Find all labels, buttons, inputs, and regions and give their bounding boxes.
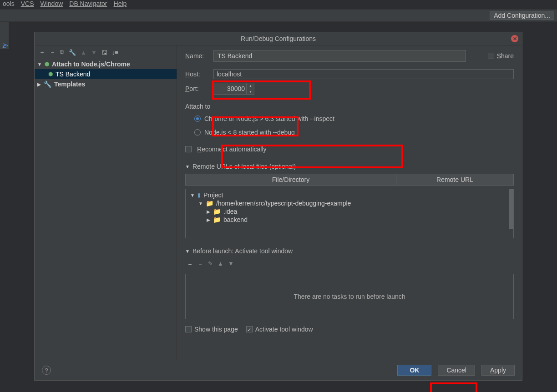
spinner-down-icon[interactable]: ▼ bbox=[247, 89, 254, 95]
radio1-label: Chrome or Node.js > 6.3 started with --i… bbox=[204, 115, 334, 122]
close-icon[interactable]: ✕ bbox=[511, 35, 518, 42]
chevron-down-icon[interactable]: ▼ bbox=[198, 201, 203, 206]
host-label: Host: bbox=[185, 70, 208, 78]
menu-vcs[interactable]: VCS bbox=[21, 0, 34, 6]
up-icon: ▲ bbox=[218, 260, 223, 268]
main-toolbar: Add Configuration... bbox=[0, 9, 557, 22]
chevron-down-icon[interactable]: ▼ bbox=[190, 193, 195, 198]
before-launch-label: Before launch: Activate tool window bbox=[192, 247, 293, 255]
remove-icon[interactable]: － bbox=[50, 48, 56, 56]
file-tree-item: backend bbox=[223, 216, 248, 223]
reconnect-row[interactable]: Reconnect automatically bbox=[185, 146, 514, 153]
show-page-row[interactable]: Show this page bbox=[185, 326, 238, 333]
folder-icon: 📁 bbox=[213, 216, 221, 223]
bottom-checks: Show this page Activate tool window bbox=[185, 326, 514, 333]
name-label: Name: bbox=[185, 52, 208, 60]
before-launch-tasks: There are no tasks to run before launch bbox=[185, 274, 514, 319]
chevron-right-icon: ▶ bbox=[37, 82, 41, 87]
folder-icon: 📁 bbox=[213, 208, 221, 215]
host-value: localhost bbox=[217, 70, 242, 78]
radio2-label: Node.js < 8 started with --debug bbox=[204, 129, 295, 136]
attach-to-label: Attach to bbox=[185, 103, 514, 110]
left-tool-strip[interactable]: ty bbox=[0, 22, 9, 49]
menu-help[interactable]: Help bbox=[114, 0, 127, 6]
host-row: Host: localhost bbox=[185, 69, 514, 79]
file-tree-item: .idea bbox=[223, 208, 237, 215]
spinner-up-icon[interactable]: ▲ bbox=[247, 83, 254, 89]
highlight-ok bbox=[430, 382, 477, 392]
remote-urls-section[interactable]: ▼ Remote URLs of local files (optional) bbox=[185, 163, 514, 170]
radio-nodejs-debug[interactable]: Node.js < 8 started with --debug bbox=[185, 127, 514, 137]
chevron-down-icon: ▼ bbox=[185, 164, 190, 169]
chevron-down-icon: ▼ bbox=[37, 62, 42, 67]
sort-icon[interactable]: ↓≡ bbox=[112, 49, 118, 56]
nodejs-icon: ⬢ bbox=[45, 61, 49, 67]
show-page-label: Show this page bbox=[194, 326, 238, 333]
down-icon[interactable]: ▼ bbox=[91, 49, 97, 56]
remote-table-header: File/Directory Remote URL bbox=[185, 174, 514, 186]
config-type-label: Attach to Node.js/Chrome bbox=[52, 60, 130, 68]
apply-button[interactable]: Apply bbox=[481, 365, 515, 376]
add-configuration-button[interactable]: Add Configuration... bbox=[490, 11, 554, 20]
templates-label: Templates bbox=[54, 80, 85, 88]
add-icon[interactable]: ＋ bbox=[39, 48, 45, 56]
port-spinner[interactable]: ▲ ▼ bbox=[246, 83, 254, 95]
chevron-down-icon: ▼ bbox=[185, 249, 190, 254]
reconnect-checkbox[interactable] bbox=[185, 146, 192, 152]
activate-tool-label: Activate tool window bbox=[255, 326, 313, 333]
folder-icon: 📁 bbox=[206, 200, 213, 207]
edit-icon: ✎ bbox=[208, 260, 213, 268]
remote-urls-label: Remote URLs of local files (optional) bbox=[192, 163, 296, 170]
host-input-wrap[interactable]: localhost bbox=[213, 69, 514, 79]
wrench-icon: 🔧 bbox=[44, 80, 51, 88]
save-icon[interactable]: 🖫 bbox=[101, 49, 107, 56]
dialog-title-text: Run/Debug Configurations bbox=[241, 35, 316, 42]
menu-dbnav[interactable]: DB Navigator bbox=[69, 0, 107, 6]
name-row: Name: Share bbox=[185, 50, 514, 62]
remove-icon: － bbox=[197, 260, 203, 268]
show-page-checkbox[interactable] bbox=[185, 326, 192, 332]
dialog-left-panel: ＋ － ⧉ 🔧 ▲ ▼ 🖫 ↓≡ ▼ ⬢ Attach to Node.js/C… bbox=[35, 45, 177, 360]
port-label: Port: bbox=[185, 85, 208, 92]
radio-chrome-nodejs[interactable]: Chrome or Node.js > 6.3 started with --i… bbox=[185, 114, 514, 124]
file-tree-root: /home/kerren/src/typescript-debugging-ex… bbox=[216, 200, 351, 207]
config-toolbar: ＋ － ⧉ 🔧 ▲ ▼ 🖫 ↓≡ bbox=[35, 45, 177, 59]
radio-icon[interactable] bbox=[194, 129, 201, 136]
reconnect-label: Reconnect automatically bbox=[197, 146, 267, 153]
file-tree[interactable]: ▼ ▮ Project ▼ 📁 /home/kerren/src/typescr… bbox=[185, 189, 514, 238]
tree-templates[interactable]: ▶ 🔧 Templates bbox=[35, 79, 177, 89]
down-icon: ▼ bbox=[228, 260, 234, 268]
tree-config-item[interactable]: ⬢ TS Backend bbox=[35, 69, 177, 79]
name-input[interactable] bbox=[213, 50, 466, 62]
col-file-directory[interactable]: File/Directory bbox=[186, 174, 396, 185]
add-icon[interactable]: ＋ bbox=[187, 260, 193, 268]
dialog-footer: ? OK Cancel Apply bbox=[35, 360, 522, 380]
menu-window[interactable]: Window bbox=[40, 0, 63, 6]
run-debug-dialog: Run/Debug Configurations ✕ ＋ － ⧉ 🔧 ▲ ▼ 🖫… bbox=[34, 32, 522, 381]
project-icon: ▮ bbox=[197, 192, 201, 198]
share-label: Share bbox=[497, 52, 514, 60]
tree-config-type[interactable]: ▼ ⬢ Attach to Node.js/Chrome bbox=[35, 59, 177, 69]
ok-button[interactable]: OK bbox=[397, 365, 431, 376]
cancel-button[interactable]: Cancel bbox=[438, 365, 475, 376]
config-tree: ▼ ⬢ Attach to Node.js/Chrome ⬢ TS Backen… bbox=[35, 59, 177, 360]
copy-icon[interactable]: ⧉ bbox=[60, 49, 64, 56]
before-launch-toolbar: ＋ － ✎ ▲ ▼ bbox=[185, 258, 514, 270]
file-tree-project: Project bbox=[203, 191, 223, 199]
before-launch-section[interactable]: ▼ Before launch: Activate tool window bbox=[185, 247, 514, 255]
up-icon[interactable]: ▲ bbox=[81, 49, 86, 56]
chevron-right-icon[interactable]: ▶ bbox=[207, 209, 210, 214]
activate-tool-checkbox[interactable] bbox=[246, 326, 253, 332]
col-remote-url[interactable]: Remote URL bbox=[396, 174, 513, 185]
file-tree-scrollbar[interactable] bbox=[509, 189, 513, 238]
main-menubar: ools VCS Window DB Navigator Help bbox=[0, 0, 557, 6]
no-tasks-label: There are no tasks to run before launch bbox=[294, 293, 405, 300]
share-checkbox[interactable] bbox=[488, 53, 494, 59]
activate-tool-row[interactable]: Activate tool window bbox=[246, 326, 313, 333]
chevron-right-icon[interactable]: ▶ bbox=[207, 217, 210, 222]
radio-icon[interactable] bbox=[194, 116, 201, 122]
left-strip-label: ty bbox=[1, 43, 8, 48]
help-icon[interactable]: ? bbox=[42, 366, 51, 375]
menu-tools[interactable]: ools bbox=[3, 0, 15, 6]
wrench-icon[interactable]: 🔧 bbox=[69, 49, 76, 56]
